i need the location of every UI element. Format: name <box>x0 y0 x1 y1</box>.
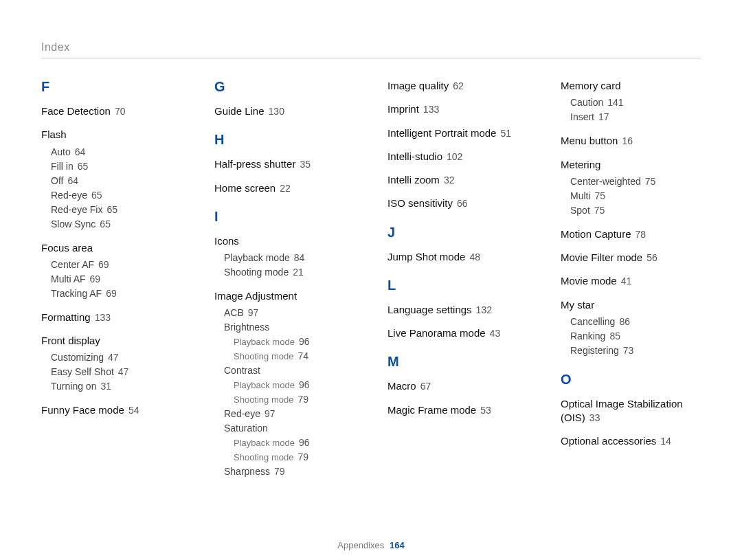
index-entry: ISO sensitivity66 <box>387 197 528 210</box>
entry-page: 74 <box>297 350 308 361</box>
entry-label: Menu button <box>561 135 618 146</box>
index-subentry: Turning on31 <box>51 379 181 394</box>
entry-page: 47 <box>118 366 129 377</box>
entry-label: My star <box>561 299 594 311</box>
index-subsubentry: Playback mode96 <box>234 378 355 392</box>
entry-page: 132 <box>476 304 492 315</box>
index-entry: Macro67 <box>387 379 528 393</box>
entry-label: Spot <box>570 205 590 216</box>
sublist: Caution141Insert17 <box>561 96 701 124</box>
entry-page: 79 <box>297 394 308 405</box>
entry-page: 65 <box>78 161 89 172</box>
entry-page: 75 <box>594 205 605 216</box>
index-subentry: Multi AF69 <box>51 272 181 287</box>
index-entry: Funny Face mode54 <box>41 403 181 417</box>
index-entry: Language settings132 <box>387 303 528 317</box>
entry-page: 96 <box>299 336 310 347</box>
entry-label: Center-weighted <box>570 176 641 187</box>
index-subentry: Auto64 <box>51 145 181 159</box>
entry-label: Metering <box>561 159 600 170</box>
index-letter: L <box>387 278 528 293</box>
index-subentry: ACB97 <box>224 306 355 320</box>
entry-page: 21 <box>293 267 304 278</box>
entry-label: Half-press shutter <box>214 158 295 170</box>
page: Index FFace Detection70FlashAuto64Fill i… <box>0 0 742 560</box>
subsublist: Playback mode96Shooting mode79 <box>224 378 355 407</box>
entry-label: Live Panorama mode <box>387 327 486 339</box>
entry-page: 22 <box>280 183 291 194</box>
entry-page: 84 <box>294 252 305 263</box>
index-letter: M <box>387 354 528 370</box>
entry-label: Contrast <box>224 365 260 376</box>
entry-page: 56 <box>647 252 657 263</box>
index-subentry: Spot75 <box>570 203 701 218</box>
entry-label: Playback mode <box>224 252 290 263</box>
index-letter: H <box>214 132 355 148</box>
entry-page: 97 <box>248 307 259 318</box>
index-entry: Movie mode41 <box>561 274 701 288</box>
entry-label: Multi <box>570 190 591 201</box>
entry-label: Focus area <box>41 242 93 254</box>
index-subentry: Center AF69 <box>51 258 181 272</box>
entry-label: Home screen <box>214 182 276 194</box>
entry-page: 69 <box>106 288 117 299</box>
entry-page: 73 <box>623 345 634 356</box>
index-subentry: Red-eye97 <box>224 407 355 421</box>
entry-label: Image quality <box>387 80 449 91</box>
page-title: Index <box>41 41 701 54</box>
index-column: FFace Detection70FlashAuto64Fill in65Off… <box>41 79 181 489</box>
entry-label: Optional accessories <box>561 435 656 447</box>
entry-page: 69 <box>98 259 109 270</box>
sublist: Auto64Fill in65Off64Red-eye65Red-eye Fix… <box>41 145 181 232</box>
entry-label: Guide Line <box>214 105 265 117</box>
entry-label: Intelli-studio <box>387 150 442 162</box>
entry-page: 65 <box>100 219 111 229</box>
entry-page: 64 <box>67 175 78 186</box>
sublist: Center-weighted75Multi75Spot75 <box>561 175 701 218</box>
entry-label: Formatting <box>41 311 91 323</box>
entry-label: Customizing <box>51 352 104 363</box>
entry-label: Icons <box>214 235 239 247</box>
entry-page: 133 <box>423 104 439 115</box>
index-subentry: Tracking AF69 <box>51 287 181 301</box>
entry-label: Shooting mode <box>234 452 293 462</box>
index-subentry: Center-weighted75 <box>570 175 701 189</box>
index-subentry: Red-eye65 <box>51 188 181 203</box>
entry-label: Saturation <box>224 423 268 434</box>
entry-page: 102 <box>447 151 462 162</box>
entry-page: 62 <box>453 80 464 91</box>
index-subsubentry: Shooting mode79 <box>234 392 355 407</box>
index-column: Image quality62Imprint133Intelligent Por… <box>387 79 528 489</box>
index-subentry: Red-eye Fix65 <box>51 203 181 217</box>
entry-label: Red-eye <box>51 190 87 201</box>
entry-label: Funny Face mode <box>41 404 124 416</box>
entry-page: 17 <box>598 111 609 122</box>
entry-page: 96 <box>299 437 310 448</box>
sublist: Playback mode84Shooting mode21 <box>214 251 355 280</box>
index-letter: F <box>41 79 181 95</box>
entry-label: Flash <box>41 128 67 140</box>
index-subentry: Contrast <box>224 363 355 378</box>
entry-page: 130 <box>269 106 284 117</box>
index-subentry: Registering73 <box>570 344 701 358</box>
entry-label: Easy Self Shot <box>51 366 114 377</box>
entry-label: Motion Capture <box>561 228 631 240</box>
entry-label: Brightness <box>224 322 269 333</box>
index-entry: Face Detection70 <box>41 104 181 118</box>
entry-label: Language settings <box>387 304 472 315</box>
entry-page: 51 <box>500 128 511 139</box>
index-subsubentry: Playback mode96 <box>234 335 355 349</box>
index-letter: J <box>387 225 528 240</box>
entry-label: Off <box>51 175 63 186</box>
index-entry: Magic Frame mode53 <box>387 403 528 417</box>
index-entry: Intelli-studio102 <box>387 150 528 164</box>
index-subentry: Sharpness79 <box>224 464 355 479</box>
index-subentry: Playback mode84 <box>224 251 355 265</box>
index-subentry: Off64 <box>51 174 181 188</box>
index-entry: Guide Line130 <box>214 104 355 118</box>
entry-label: ISO sensitivity <box>387 197 453 209</box>
entry-page: 75 <box>645 176 656 187</box>
entry-page: 35 <box>300 159 311 170</box>
entry-page: 133 <box>95 312 111 323</box>
index-subsubentry: Shooting mode74 <box>234 349 355 363</box>
